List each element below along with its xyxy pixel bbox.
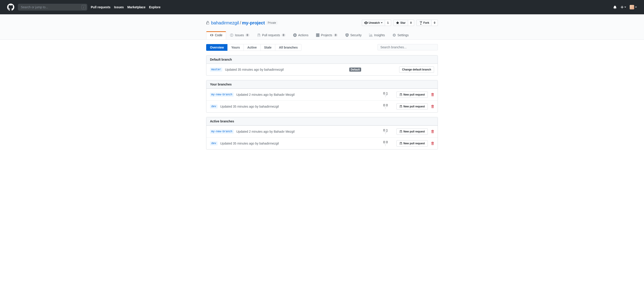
default-branch-row: master Updated 35 minutes ago by bahadir… bbox=[206, 64, 438, 75]
nav-pull-requests[interactable]: Pull requests bbox=[91, 5, 110, 9]
create-menu[interactable] bbox=[620, 5, 626, 9]
new-pull-request-button[interactable]: New pull request bbox=[396, 92, 428, 98]
branch-name[interactable]: dev bbox=[210, 105, 218, 109]
nav-issues[interactable]: Issues bbox=[114, 5, 124, 9]
caret-down-icon bbox=[624, 7, 626, 8]
subnav: Overview Yours Active Stale All branches bbox=[206, 44, 438, 51]
star-count[interactable]: 0 bbox=[408, 20, 414, 26]
branch-name[interactable]: my-new-branch bbox=[210, 130, 234, 134]
search-input[interactable] bbox=[18, 4, 87, 11]
tab-pulls-label: Pull requests bbox=[262, 33, 280, 37]
branch-row: dev Updated 35 minutes ago by bahadirmez… bbox=[206, 101, 438, 112]
subnav-stale[interactable]: Stale bbox=[260, 44, 275, 51]
trash-icon[interactable] bbox=[431, 130, 434, 133]
header-right bbox=[613, 5, 637, 10]
branch-name[interactable]: dev bbox=[210, 141, 218, 145]
star-button[interactable]: Star bbox=[393, 20, 408, 26]
subnav-all-branches[interactable]: All branches bbox=[275, 44, 302, 51]
branch-row-right: 0 1 New pull request bbox=[378, 128, 434, 135]
subnav-yours[interactable]: Yours bbox=[228, 44, 244, 51]
fork-count[interactable]: 0 bbox=[432, 20, 438, 26]
behind-count: 0 bbox=[383, 104, 385, 107]
trash-icon[interactable] bbox=[431, 105, 434, 108]
ahead-behind-indicator: 0 0 bbox=[383, 104, 388, 109]
watch-count[interactable]: 1 bbox=[385, 20, 391, 26]
tab-settings[interactable]: Settings bbox=[389, 31, 412, 39]
plus-icon bbox=[620, 5, 624, 9]
fork-button[interactable]: Fork bbox=[416, 20, 432, 26]
issues-count: 0 bbox=[245, 34, 250, 37]
pulls-count: 0 bbox=[282, 34, 286, 37]
tab-actions-label: Actions bbox=[298, 33, 308, 37]
unwatch-button[interactable]: Unwatch bbox=[362, 20, 385, 26]
repo-name-link[interactable]: my-project bbox=[242, 20, 265, 26]
subnav-active[interactable]: Active bbox=[244, 44, 260, 51]
branch-name[interactable]: my-new-branch bbox=[210, 93, 234, 97]
ahead-count: 1 bbox=[386, 129, 388, 132]
search-branches-input[interactable] bbox=[378, 44, 438, 50]
nav-marketplace[interactable]: Marketplace bbox=[128, 5, 146, 9]
pull-request-icon bbox=[257, 33, 261, 37]
branch-meta: Updated 35 minutes ago by bahadirmezgil bbox=[225, 68, 284, 71]
ahead-behind-indicator: 0 1 bbox=[383, 92, 388, 97]
ahead-count: 1 bbox=[386, 92, 388, 95]
branch-meta: Updated 35 minutes ago by bahadirmezgil bbox=[220, 142, 279, 145]
star-icon bbox=[396, 21, 399, 25]
gear-icon bbox=[392, 33, 396, 37]
reponav: Code Issues0 Pull requests0 Actions Proj… bbox=[206, 31, 438, 39]
eye-icon bbox=[364, 21, 368, 25]
behind-count: 0 bbox=[383, 141, 385, 143]
tab-projects-label: Projects bbox=[321, 33, 332, 37]
trash-icon[interactable] bbox=[431, 93, 434, 96]
trash-icon[interactable] bbox=[431, 142, 434, 145]
branch-row-right: 0 0 New pull request bbox=[378, 103, 434, 110]
fork-label: Fork bbox=[423, 21, 429, 25]
pull-request-icon bbox=[399, 130, 402, 133]
tab-security[interactable]: Security bbox=[342, 31, 366, 39]
tab-security-label: Security bbox=[350, 33, 362, 37]
behind-count: 0 bbox=[383, 129, 385, 132]
unwatch-label: Unwatch bbox=[369, 21, 380, 25]
new-pull-request-button[interactable]: New pull request bbox=[396, 128, 428, 135]
pagehead-actions: Unwatch 1 Star 0 Fork bbox=[362, 20, 438, 26]
repo-owner-link[interactable]: bahadirmezgil bbox=[211, 20, 239, 26]
tab-settings-label: Settings bbox=[397, 33, 409, 37]
main: Overview Yours Active Stale All branches… bbox=[0, 40, 644, 163]
default-badge: Default bbox=[349, 68, 361, 72]
branch-row: my-new-branch Updated 2 minutes ago by B… bbox=[206, 89, 438, 101]
tab-insights[interactable]: Insights bbox=[366, 31, 389, 39]
shield-icon bbox=[345, 33, 349, 37]
ahead-count: 0 bbox=[386, 141, 388, 143]
branch-meta: Updated 2 minutes ago by Bahadır Mezgil bbox=[236, 93, 295, 96]
tab-issues-label: Issues bbox=[235, 33, 244, 37]
pull-request-icon bbox=[399, 93, 402, 96]
code-icon bbox=[210, 33, 214, 37]
ahead-count: 0 bbox=[386, 104, 388, 107]
star-label: Star bbox=[400, 21, 406, 25]
subnav-overview[interactable]: Overview bbox=[206, 44, 228, 51]
change-default-branch-button[interactable]: Change default branch bbox=[399, 67, 434, 73]
tab-code-label: Code bbox=[215, 33, 222, 37]
new-pull-request-button[interactable]: New pull request bbox=[396, 140, 428, 147]
ahead-behind-indicator: 0 0 bbox=[383, 141, 388, 146]
user-menu[interactable] bbox=[630, 5, 637, 10]
tab-code[interactable]: Code bbox=[206, 31, 226, 39]
tab-actions[interactable]: Actions bbox=[289, 31, 312, 39]
bell-icon[interactable] bbox=[613, 5, 617, 9]
nav-explore[interactable]: Explore bbox=[149, 5, 160, 9]
github-logo-icon[interactable] bbox=[7, 4, 14, 11]
branch-name-master[interactable]: master bbox=[210, 68, 222, 72]
search-box: / bbox=[18, 4, 87, 11]
tab-projects[interactable]: Projects0 bbox=[312, 31, 342, 39]
issue-icon bbox=[230, 33, 234, 37]
pull-request-icon bbox=[399, 142, 402, 145]
branch-meta: Updated 35 minutes ago by bahadirmezgil bbox=[220, 105, 279, 108]
default-branch-header: Default branch bbox=[206, 56, 438, 64]
branch-meta: Updated 2 minutes ago by Bahadır Mezgil bbox=[236, 130, 295, 133]
tab-pull-requests[interactable]: Pull requests0 bbox=[253, 31, 290, 39]
new-pull-request-button[interactable]: New pull request bbox=[396, 103, 428, 110]
nav-links: Pull requests Issues Marketplace Explore bbox=[91, 5, 160, 9]
tab-issues[interactable]: Issues0 bbox=[226, 31, 253, 39]
tab-insights-label: Insights bbox=[374, 33, 385, 37]
play-icon bbox=[293, 33, 297, 37]
